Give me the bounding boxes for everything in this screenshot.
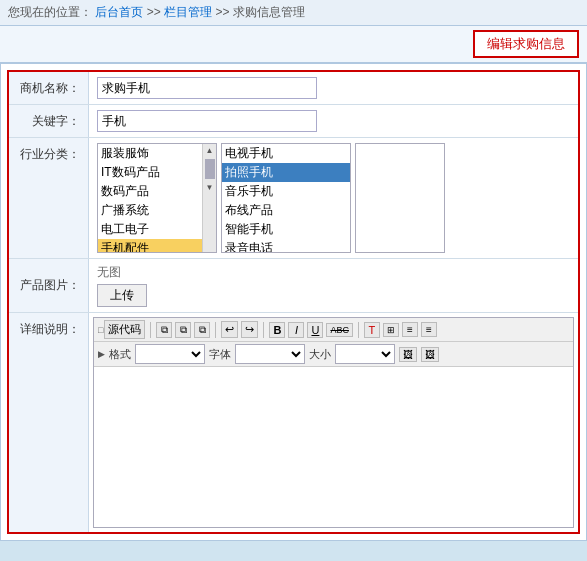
source-code-button[interactable]: 源代码 bbox=[104, 320, 145, 339]
list-item[interactable]: IT数码产品 bbox=[98, 163, 202, 182]
list-item-selected[interactable]: 手机配件 bbox=[98, 239, 202, 252]
upload-button[interactable]: 上传 bbox=[97, 284, 147, 307]
industry-label: 行业分类： bbox=[9, 138, 89, 258]
list-item[interactable]: 音乐手机 bbox=[222, 182, 350, 201]
upload-section: 无图 上传 bbox=[97, 264, 147, 307]
list-item[interactable]: 服装服饰 bbox=[98, 144, 202, 163]
bold-button[interactable]: B bbox=[269, 322, 285, 338]
list-item[interactable]: 智能手机 bbox=[222, 220, 350, 239]
left-edge-indicator: ▶ bbox=[98, 349, 105, 359]
source-icon: □ bbox=[98, 325, 103, 335]
size-select[interactable] bbox=[335, 344, 395, 364]
undo-button[interactable]: ↩ bbox=[221, 321, 238, 338]
more-button[interactable]: ≡ bbox=[402, 322, 418, 337]
italic-button[interactable]: I bbox=[288, 322, 304, 338]
editor-area[interactable] bbox=[94, 367, 573, 527]
business-name-input[interactable] bbox=[97, 77, 317, 99]
scroll-up-arrow[interactable]: ▲ bbox=[204, 144, 216, 157]
business-name-label: 商机名称： bbox=[9, 72, 89, 104]
underline-button[interactable]: U bbox=[307, 322, 323, 338]
keyword-input[interactable] bbox=[97, 110, 317, 132]
list-item[interactable]: 广播系统 bbox=[98, 201, 202, 220]
toolbar-separator bbox=[150, 322, 151, 338]
keyword-label: 关键字： bbox=[9, 105, 89, 137]
copy-btn-1[interactable]: ⧉ bbox=[156, 322, 172, 338]
breadcrumb-prefix: 您现在的位置： bbox=[8, 5, 92, 19]
business-name-field bbox=[89, 72, 578, 104]
industry-field: 服装服饰 IT数码产品 数码产品 广播系统 电工电子 手机配件 11 15 ▲ bbox=[89, 138, 578, 258]
keyword-field bbox=[89, 105, 578, 137]
redo-button[interactable]: ↪ bbox=[241, 321, 258, 338]
copy-btn-3[interactable]: ⧉ bbox=[194, 322, 210, 338]
list-item[interactable]: 电工电子 bbox=[98, 220, 202, 239]
scroll-down-arrow[interactable]: ▼ bbox=[204, 181, 216, 194]
keyword-row: 关键字： bbox=[9, 105, 578, 138]
list-item-selected-blue[interactable]: 拍照手机 bbox=[222, 163, 350, 182]
extra-btn[interactable]: ≡ bbox=[421, 322, 437, 337]
list-item[interactable]: 布线产品 bbox=[222, 201, 350, 220]
editor-format-bar: ▶ 格式 字体 大小 🖼 🖼 bbox=[94, 342, 573, 367]
list-item[interactable]: 电视手机 bbox=[222, 144, 350, 163]
industry-lists: 服装服饰 IT数码产品 数码产品 广播系统 电工电子 手机配件 11 15 ▲ bbox=[97, 143, 445, 253]
table-button[interactable]: ⊞ bbox=[383, 323, 399, 337]
toolbar-separator-3 bbox=[263, 322, 264, 338]
scroll-thumb[interactable] bbox=[205, 159, 215, 179]
text-color-button[interactable]: T bbox=[364, 322, 380, 338]
breadcrumb-current: 求购信息管理 bbox=[233, 5, 305, 19]
image-insert-btn-2[interactable]: 🖼 bbox=[421, 347, 439, 362]
product-image-row: 产品图片： 无图 上传 bbox=[9, 259, 578, 313]
product-image-label: 产品图片： bbox=[9, 259, 89, 312]
breadcrumb-bar: 您现在的位置： 后台首页 >> 栏目管理 >> 求购信息管理 bbox=[0, 0, 587, 26]
detail-label: 详细说明： bbox=[9, 313, 89, 532]
strikethrough-button[interactable]: ABC bbox=[326, 323, 353, 337]
toolbar-separator-4 bbox=[358, 322, 359, 338]
toolbar-separator-2 bbox=[215, 322, 216, 338]
breadcrumb-category[interactable]: 栏目管理 bbox=[164, 5, 212, 19]
list-item[interactable]: 录音电话 bbox=[222, 239, 350, 253]
product-image-field: 无图 上传 bbox=[89, 259, 578, 312]
breadcrumb-home[interactable]: 后台首页 bbox=[95, 5, 143, 19]
business-name-row: 商机名称： bbox=[9, 72, 578, 105]
font-select[interactable] bbox=[235, 344, 305, 364]
format-select[interactable] bbox=[135, 344, 205, 364]
no-image-text: 无图 bbox=[97, 264, 147, 281]
format-label: 格式 bbox=[109, 347, 131, 362]
editor-toolbar-1: □ 源代码 ⧉ ⧉ ⧉ ↩ ↪ B I U ABC bbox=[94, 318, 573, 342]
list-item[interactable]: 数码产品 bbox=[98, 182, 202, 201]
industry-row: 行业分类： 服装服饰 IT数码产品 数码产品 广播系统 电工电子 手机配件 11 bbox=[9, 138, 578, 259]
image-insert-btn-1[interactable]: 🖼 bbox=[399, 347, 417, 362]
copy-btn-2[interactable]: ⧉ bbox=[175, 322, 191, 338]
size-label: 大小 bbox=[309, 347, 331, 362]
font-label: 字体 bbox=[209, 347, 231, 362]
editor-container: □ 源代码 ⧉ ⧉ ⧉ ↩ ↪ B I U ABC bbox=[93, 317, 574, 528]
detail-row: 详细说明： □ 源代码 ⧉ ⧉ ⧉ ↩ bbox=[9, 313, 578, 532]
list1-scrollbar[interactable]: ▲ ▼ bbox=[202, 144, 216, 252]
edit-purchase-button[interactable]: 编辑求购信息 bbox=[473, 30, 579, 58]
